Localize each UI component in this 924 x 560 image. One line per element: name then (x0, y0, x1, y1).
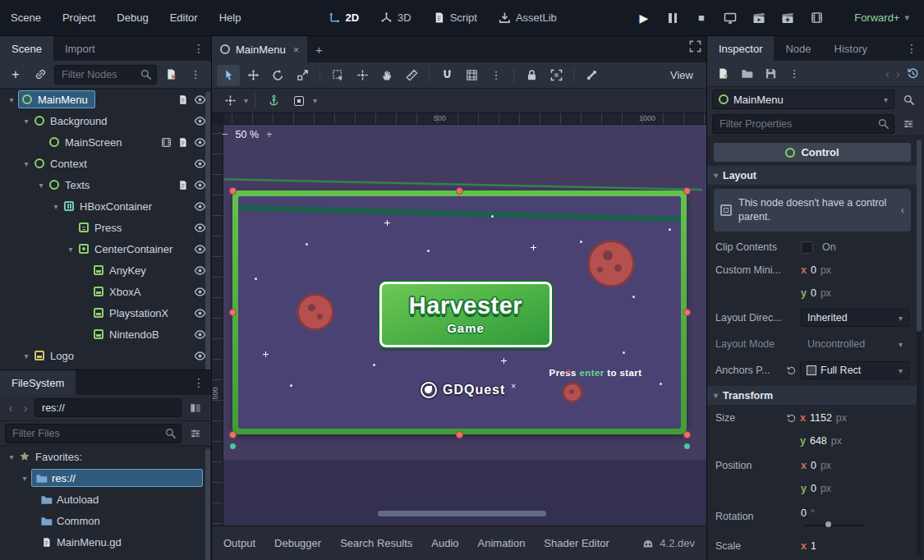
lock-button[interactable] (520, 65, 543, 86)
workspace-script[interactable]: Script (425, 7, 485, 28)
dock-menu-button[interactable]: ⋮ (190, 36, 208, 61)
anchor-presets-button[interactable] (262, 90, 285, 112)
tree-row-anykey[interactable]: AnyKey (0, 259, 211, 281)
fs-row-favorites[interactable]: ▾ Favorites: (0, 446, 211, 467)
history-icon[interactable] (907, 67, 919, 80)
2d-viewport[interactable]: Harvester Game Press enter to start GDQu… (212, 113, 706, 526)
tab-inspector[interactable]: Inspector (707, 36, 774, 61)
file-sort-button[interactable] (185, 424, 206, 443)
chevron-down-icon[interactable]: ▾ (313, 96, 317, 105)
scene-tree-scrollbar[interactable] (205, 91, 210, 370)
eye-icon[interactable] (194, 115, 206, 127)
attach-script-button[interactable] (160, 65, 182, 85)
value-field[interactable]: 648 (810, 435, 827, 447)
tree-row-context[interactable]: ▾ Context (0, 153, 211, 174)
tree-row-press[interactable]: Press (0, 217, 211, 238)
load-resource-button[interactable] (736, 64, 757, 84)
selection-handle[interactable] (229, 431, 237, 438)
container-sizing-button[interactable] (287, 90, 310, 112)
dock-menu-button[interactable]: ⋮ (903, 36, 921, 61)
zoom-reset-button[interactable]: 50 % (236, 129, 260, 140)
chevron-down-icon[interactable]: ▾ (244, 96, 248, 105)
select-tool-button[interactable] (217, 65, 240, 86)
remote-debug-button[interactable] (719, 7, 741, 29)
bottom-tab-audio[interactable]: Audio (431, 537, 458, 549)
transform-snap-button[interactable] (218, 90, 241, 112)
value-field[interactable]: 1 (811, 540, 816, 552)
rotation-slider[interactable] (804, 520, 863, 526)
menu-debug[interactable]: Debug (106, 0, 159, 36)
eye-icon[interactable] (194, 94, 206, 106)
play-custom-scene-button[interactable] (777, 7, 798, 29)
selection-handle[interactable] (456, 431, 463, 438)
movie-icon[interactable] (161, 137, 172, 148)
tab-import[interactable]: Import (53, 36, 107, 61)
nav-forward-icon[interactable]: › (20, 402, 31, 415)
save-resource-button[interactable] (760, 64, 781, 84)
zoom-in-button[interactable]: + (266, 128, 273, 140)
eye-icon[interactable] (194, 264, 206, 277)
eye-icon[interactable] (194, 286, 206, 298)
expander-icon[interactable]: ▾ (5, 95, 18, 104)
ruler-tool-button[interactable] (400, 65, 423, 86)
renderer-dropdown[interactable]: Forward+ ▾ (848, 8, 916, 27)
menu-project[interactable]: Project (52, 0, 106, 36)
stop-button[interactable]: ■ (691, 7, 712, 29)
history-forward-button[interactable]: › (896, 67, 900, 80)
add-node-button[interactable]: + (5, 65, 26, 85)
zoom-out-button[interactable]: − (222, 128, 228, 140)
selection-handle[interactable] (683, 187, 691, 195)
layout-direction-dropdown[interactable]: Inherited ▾ (801, 309, 909, 327)
expander-icon[interactable]: ▾ (5, 452, 18, 461)
expander-icon[interactable]: ▾ (64, 245, 77, 254)
revert-icon[interactable] (786, 365, 797, 376)
eye-icon[interactable] (194, 158, 206, 170)
skeleton-button[interactable] (580, 65, 603, 86)
section-transform[interactable]: ▾ Transform (707, 386, 917, 405)
clip-contents-checkbox[interactable] (801, 241, 813, 254)
fs-row-res[interactable]: ▾ res:// (0, 467, 211, 489)
history-back-button[interactable]: ‹ (885, 67, 890, 80)
revert-icon[interactable] (786, 413, 797, 424)
value-field[interactable]: 1152 (810, 412, 832, 424)
anchors-preset-dropdown[interactable]: Full Rect ▾ (800, 361, 909, 379)
rotate-tool-button[interactable] (266, 65, 289, 86)
tree-row-hboxcontainer[interactable]: ▾ HBoxContainer (0, 195, 211, 217)
selection-handle[interactable] (683, 431, 691, 438)
tree-row-nintendob[interactable]: NintendoB (0, 324, 211, 345)
scale-tool-button[interactable] (291, 65, 314, 86)
pan-tool-button[interactable] (375, 65, 398, 86)
tree-row-texts[interactable]: ▾ Texts (0, 174, 211, 195)
smart-snap-button[interactable] (435, 65, 458, 86)
selection-handle[interactable] (229, 309, 237, 316)
expander-icon[interactable]: ▾ (20, 159, 33, 168)
resource-menu-button[interactable]: ⋮ (784, 64, 805, 84)
expander-icon[interactable]: ▾ (20, 351, 33, 360)
tab-scene[interactable]: Scene (0, 36, 53, 61)
fs-row-mainmenu-gd[interactable]: MainMenu.gd (0, 531, 211, 553)
inspector-scrollbar[interactable] (917, 140, 922, 557)
tree-row-xboxa[interactable]: XboxA (0, 281, 211, 302)
workspace-assetlib[interactable]: AssetLib (490, 7, 565, 28)
tab-node[interactable]: Node (774, 36, 822, 61)
tree-row-centercontainer[interactable]: ▾ CenterContainer (0, 238, 211, 259)
bottom-tab-output[interactable]: Output (223, 537, 255, 549)
grid-snap-button[interactable] (460, 65, 483, 86)
eye-icon[interactable] (194, 328, 206, 341)
eye-icon[interactable] (194, 243, 206, 255)
selection-handle[interactable] (456, 187, 463, 195)
bottom-tab-shader-editor[interactable]: Shader Editor (544, 537, 609, 549)
pivot-tool-button[interactable] (351, 65, 374, 86)
menu-editor[interactable]: Editor (159, 0, 209, 36)
nav-back-icon[interactable]: ‹ (5, 402, 16, 415)
value-field[interactable]: 0 (811, 483, 816, 494)
close-icon[interactable]: × (293, 44, 300, 56)
section-layout[interactable]: ▾ Layout (707, 166, 917, 185)
path-input[interactable] (34, 398, 182, 417)
instance-scene-button[interactable] (30, 65, 51, 85)
bottom-tab-animation[interactable]: Animation (478, 537, 526, 549)
tab-filesystem[interactable]: FileSystem (0, 370, 76, 395)
play-button[interactable]: ▶ (633, 7, 655, 29)
eye-icon[interactable] (194, 179, 206, 191)
new-resource-button[interactable] (712, 64, 733, 84)
